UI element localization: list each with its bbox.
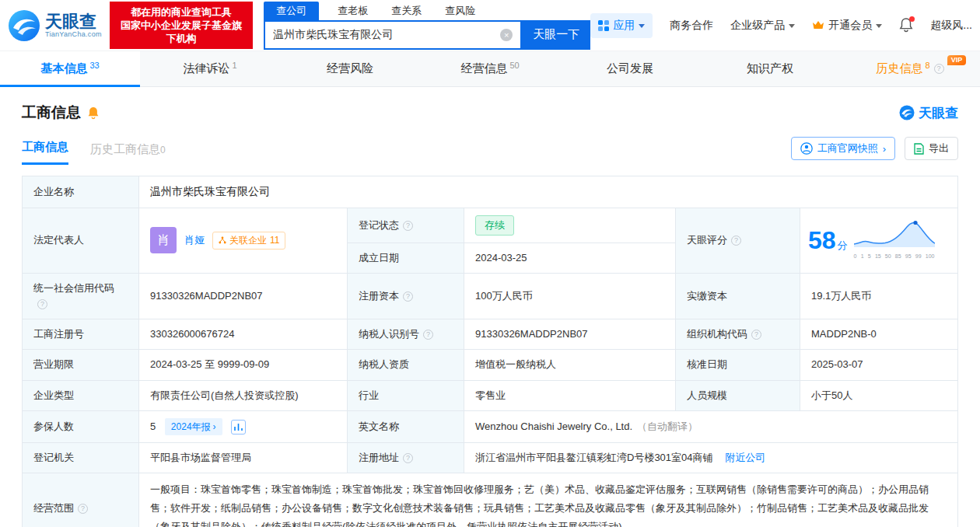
grid-icon	[598, 20, 609, 31]
org-code-value: MADDP2NB-0	[800, 319, 958, 350]
apps-menu[interactable]: 应用	[590, 13, 653, 38]
notification-dot	[909, 16, 915, 22]
scope-label: 经营范围?	[23, 473, 139, 527]
tab-intellectual-property[interactable]: 知识产权	[700, 51, 840, 86]
vip-badge: VIP	[947, 55, 967, 65]
super-risk-link[interactable]: 超级风...	[930, 19, 972, 33]
person-circle-icon	[800, 142, 813, 155]
search-input[interactable]	[273, 29, 500, 41]
score-distribution-chart: 0151550859599100	[854, 219, 935, 261]
scope-value: 一般项目：珠宝首饰零售；珠宝首饰制造；珠宝首饰批发；珠宝首饰回收修理服务；艺（美…	[139, 473, 958, 527]
reg-status-label: 登记状态?	[348, 208, 464, 243]
tab-basic-info[interactable]: 基本信息33	[0, 51, 140, 86]
help-icon[interactable]: ?	[934, 64, 944, 74]
search-tab-boss[interactable]: 查老板	[333, 2, 373, 20]
business-cooperation-link[interactable]: 商务合作	[670, 19, 713, 33]
notifications-bell[interactable]	[899, 18, 913, 33]
english-name-label: 英文名称	[348, 410, 464, 443]
top-header: 天眼查 TianYanCha.com 都在用的商业查询工具 国家中小企业发展子基…	[0, 0, 980, 51]
brand-domain: TianYanCha.com	[45, 30, 102, 38]
subtab-history-business-info[interactable]: 历史工商信息0	[90, 142, 166, 165]
search-tab-relation[interactable]: 查关系	[387, 2, 426, 20]
taxpayer-quality-label: 纳税人资质	[348, 350, 464, 380]
table-row: 经营范围? 一般项目：珠宝首饰零售；珠宝首饰制造；珠宝首饰批发；珠宝首饰回收修理…	[23, 473, 958, 527]
legal-rep-avatar[interactable]: 肖	[150, 227, 177, 253]
apps-label: 应用	[613, 19, 635, 33]
related-companies-badge[interactable]: 关联企业 11	[212, 232, 285, 250]
tab-company-development[interactable]: 公司发展	[560, 51, 700, 86]
taxpayer-quality-value: 增值税一般纳税人	[464, 350, 676, 380]
top-nav: 应用 商务合作 企业级产品 开通会员 超级风...	[590, 13, 972, 38]
company-section-tabs: 基本信息33 法律诉讼1 经营风险 经营信息50 公司发展 知识产权 VIP 历…	[0, 51, 980, 87]
help-icon[interactable]: ?	[751, 330, 761, 340]
enterprise-products-menu[interactable]: 企业级产品	[730, 19, 795, 33]
table-row: 营业期限 2024-03-25 至 9999-09-09 纳税人资质 增值税一般…	[23, 350, 958, 380]
arrow-right-icon: ›	[213, 420, 216, 435]
search-tab-risk[interactable]: 查风险	[440, 2, 480, 20]
chevron-down-icon	[639, 24, 645, 28]
help-icon[interactable]: ?	[403, 291, 413, 302]
staff-size-label: 人员规模	[676, 380, 800, 410]
help-icon[interactable]: ?	[78, 504, 88, 514]
promo-line1: 都在用的商业查询工具	[119, 5, 244, 19]
table-row: 法定代表人 肖 肖娅 关联企业 11	[23, 208, 958, 243]
vip-upgrade-menu[interactable]: 开通会员	[812, 19, 882, 33]
help-icon[interactable]: ?	[731, 236, 741, 246]
score-cell[interactable]: 58分 0151550859599100	[800, 208, 958, 273]
score-axis-ticks: 0151550859599100	[854, 253, 935, 261]
help-icon[interactable]: ?	[403, 453, 413, 463]
table-row: 登记机关 平阳县市场监督管理局 注册地址? 浙江省温州市平阳县鳌江镇彩虹湾D号楼…	[23, 443, 958, 473]
search-tab-company[interactable]: 查公司	[264, 2, 319, 20]
help-icon[interactable]: ?	[403, 221, 413, 231]
table-row: 统一社会信用代码? 91330326MADDP2NB07 注册资本? 100万人…	[23, 273, 958, 319]
credit-code-value: 91330326MADDP2NB07	[139, 273, 348, 319]
org-code-label: 组织机构代码?	[676, 319, 800, 350]
watermark-text: 天眼查	[919, 104, 958, 122]
tab-operating-info[interactable]: 经营信息50	[420, 51, 560, 86]
tianyancha-logo-icon	[8, 9, 40, 42]
table-row: 工商注册号 330326000676724 纳税人识别号? 91330326MA…	[23, 319, 958, 350]
search-tabs: 查公司 查老板 查关系 查风险	[264, 2, 590, 20]
subscribe-bell-icon[interactable]	[87, 106, 100, 120]
export-button[interactable]: 导出	[905, 137, 958, 160]
clear-search-icon[interactable]: ×	[500, 29, 513, 41]
tab-legal-proceedings[interactable]: 法律诉讼1	[140, 51, 280, 86]
section-title: 工商信息	[22, 103, 81, 123]
crown-icon	[812, 20, 824, 30]
business-info-table: 企业名称 温州市柴氏珠宝有限公司 法定代表人 肖 肖娅 关联企业	[22, 176, 958, 527]
official-snapshot-button[interactable]: 工商官网快照 ›	[791, 137, 895, 160]
staff-size-value: 小于50人	[800, 380, 958, 410]
tab-operating-risk[interactable]: 经营风险	[280, 51, 420, 86]
help-icon[interactable]: ?	[423, 330, 433, 340]
chevron-down-icon	[789, 24, 795, 28]
search-button[interactable]: 天眼一下	[522, 20, 590, 50]
table-row: 企业类型 有限责任公司(自然人投资或控股) 行业 零售业 人员规模 小于50人	[23, 380, 958, 410]
establish-date-label: 成立日期	[348, 243, 464, 273]
help-icon[interactable]: ?	[37, 299, 47, 309]
term-value: 2024-03-25 至 9999-09-09	[139, 350, 348, 380]
reg-authority-value: 平阳县市场监督管理局	[139, 443, 348, 473]
address-label: 注册地址?	[348, 443, 464, 473]
tab-history-info[interactable]: VIP 历史信息8 ?	[840, 51, 980, 86]
subtab-business-info[interactable]: 工商信息	[22, 140, 68, 165]
taxpayer-no-label: 纳税人识别号?	[348, 319, 464, 350]
search-input-wrap: ×	[264, 20, 522, 50]
insured-value: 5 2024年报›	[139, 410, 348, 443]
approval-date-label: 核准日期	[676, 350, 800, 380]
annual-report-badge[interactable]: 2024年报›	[165, 418, 222, 436]
reg-no-label: 工商注册号	[23, 319, 139, 350]
company-name-label: 企业名称	[23, 176, 139, 208]
report-compare-icon[interactable]	[231, 420, 246, 435]
tianyancha-mini-icon	[899, 105, 915, 120]
promo-line2: 国家中小企业发展子基金旗下机构	[119, 19, 244, 45]
brand-name: 天眼查	[45, 13, 102, 30]
legal-rep-name-link[interactable]: 肖娅	[184, 232, 205, 248]
company-name-value: 温州市柴氏珠宝有限公司	[139, 176, 958, 208]
paid-capital-value: 19.1万人民币	[800, 273, 958, 319]
nearby-companies-link[interactable]: 附近公司	[725, 452, 765, 463]
reg-capital-value: 100万人民币	[464, 273, 676, 319]
tianyancha-logo[interactable]: 天眼查 TianYanCha.com	[8, 9, 102, 42]
credit-code-label: 统一社会信用代码?	[23, 273, 139, 319]
score-value: 58	[808, 226, 836, 254]
establish-date-value: 2024-03-25	[464, 243, 676, 273]
